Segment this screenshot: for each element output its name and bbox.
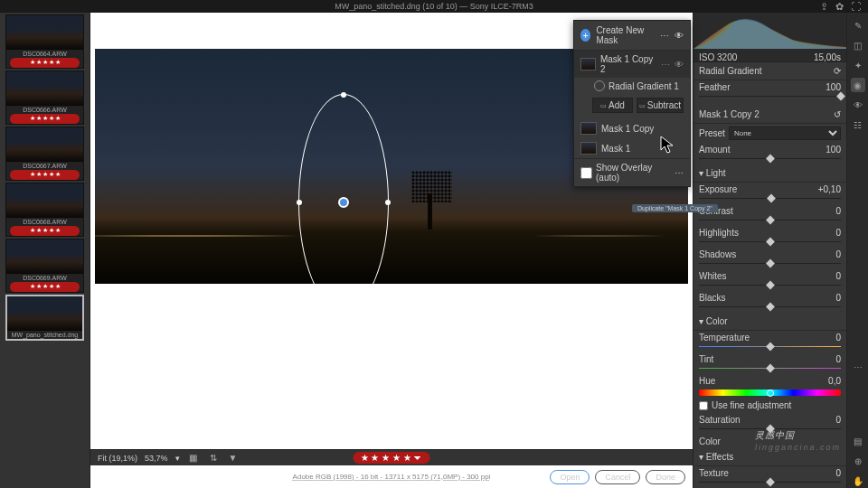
footer-info: Adobe RGB (1998) - 16 bit - 13711 x 5175… (293, 473, 491, 481)
radial-gradient-icon (594, 80, 605, 91)
presets-icon[interactable]: ☷ (851, 117, 865, 132)
settings-icon[interactable]: ✿ (835, 1, 844, 13)
hue-bar[interactable] (699, 389, 841, 396)
filmstrip-thumb[interactable]: DSC0668.ARW★★★★★ (5, 183, 84, 237)
overlay-label: Show Overlay (auto) (596, 163, 671, 183)
reset-icon[interactable]: ⟳ (834, 66, 841, 76)
mask-item[interactable]: Mask 1 (574, 138, 690, 158)
gradient-pin[interactable] (338, 197, 349, 208)
filmstrip-thumb-selected[interactable]: MW_pano_stitched.dng (5, 295, 84, 341)
open-button[interactable]: Open (550, 470, 590, 484)
tool-rail: ✎ ◫ ✦ ◉ 👁 ☷ ⋯ ▤ ⊕ ✋ (846, 13, 868, 488)
iso-value: ISO 3200 (699, 52, 737, 62)
rating-pill[interactable]: ★ ★ ★ ★ ★ ⏷ (354, 452, 430, 464)
slider-feather[interactable]: Feather100 (693, 80, 846, 102)
overlay-checkbox[interactable] (580, 167, 592, 179)
create-mask-button[interactable]: + (580, 29, 590, 42)
color-title: Color (706, 316, 728, 326)
eye-icon[interactable]: 👁 (675, 31, 684, 41)
fine-adjust-checkbox[interactable] (699, 401, 708, 410)
histogram[interactable]: ISO 320015,00s (693, 13, 846, 62)
redeye-icon[interactable]: 👁 (851, 98, 865, 112)
zoom-icon[interactable]: ⊕ (851, 454, 865, 468)
hand-icon[interactable]: ✋ (851, 474, 865, 488)
mask-item[interactable]: Mask 1 Copy Duplicate "Mask 1 Copy 2" (574, 118, 690, 138)
masks-popup: + Create New Mask ⋯ 👁 Mask 1 Copy 2⋯👁 Ra… (573, 20, 691, 187)
mask-icon[interactable]: ◉ (851, 78, 865, 92)
bottom-toolbar: Fit (19,1%) 53,7% ▾ ▦ ⇅ ▼ ★ ★ ★ ★ ★ ⏷ (90, 449, 693, 465)
create-mask-label: Create New Mask (596, 25, 655, 45)
light-title: Light (706, 168, 726, 178)
watermark: 灵感中国 linggancina.com (755, 422, 841, 452)
slider-blacks[interactable]: Blacks0 (693, 291, 846, 313)
filmstrip-thumb[interactable]: DSC0669.ARW★★★★★ (5, 239, 84, 293)
adjustments-panel: ISO 320015,00s Radial Gradient⟳ Feather1… (693, 13, 846, 488)
slider-tint[interactable]: Tint0 (693, 352, 846, 374)
radial-gradient-title: Radial Gradient (699, 66, 761, 76)
export-icon[interactable]: ⇪ (820, 1, 828, 13)
preset-label: Preset (699, 128, 725, 138)
filmstrip-thumb[interactable]: DSC0667.ARW★★★★★ (5, 127, 84, 181)
zoom-fit[interactable]: Fit (19,1%) (98, 454, 137, 463)
slider-texture[interactable]: Texture0 (693, 466, 846, 488)
reset-icon[interactable]: ↺ (834, 109, 841, 119)
fullscreen-icon[interactable]: ⛶ (851, 1, 861, 13)
more-icon[interactable]: ⋯ (851, 360, 865, 374)
slider-temperature[interactable]: Temperature0 (693, 331, 846, 352)
cancel-button[interactable]: Cancel (595, 470, 640, 484)
crop-icon[interactable]: ◫ (851, 38, 865, 52)
slider-amount[interactable]: Amount100 (693, 143, 846, 164)
filmstrip-thumb[interactable]: DSC0666.ARW★★★★★ (5, 70, 84, 125)
filter-icon[interactable]: ▼ (227, 452, 240, 465)
window-title: MW_pano_stitched.dng (10 of 10) — Sony I… (335, 2, 533, 11)
tooltip: Duplicate "Mask 1 Copy 2" (632, 204, 718, 212)
layers-icon[interactable]: ▤ (851, 434, 865, 448)
filmstrip[interactable]: DSC0664.ARW★★★★★ DSC0666.ARW★★★★★ DSC066… (0, 13, 90, 488)
fine-adjust-label: Use fine adjustment (712, 400, 791, 410)
effects-title: Effects (706, 452, 733, 462)
slider-whites[interactable]: Whites0 (693, 269, 846, 291)
edit-icon[interactable]: ✎ (851, 18, 865, 33)
slider-highlights[interactable]: Highlights0 (693, 226, 846, 248)
preset-select[interactable]: None (729, 127, 841, 140)
slider-hue: Hue0,0 (693, 374, 846, 388)
mask-subitem-radial[interactable]: Radial Gradient 1 (574, 78, 690, 94)
mask-name: Mask 1 Copy 2 (699, 109, 760, 119)
grid-icon[interactable]: ▦ (187, 452, 200, 465)
shutter-value: 15,00s (814, 52, 841, 62)
slider-exposure[interactable]: Exposure+0,10 (693, 183, 846, 204)
mask-add-button[interactable]: ▭ Add (592, 98, 633, 113)
mask-subtract-button[interactable]: ▭ Subtract (637, 98, 684, 113)
radial-gradient-ellipse[interactable] (298, 94, 389, 284)
sort-icon[interactable]: ⇅ (207, 452, 220, 465)
zoom-pct[interactable]: 53,7% (145, 454, 168, 463)
filmstrip-thumb[interactable]: DSC0664.ARW★★★★★ (5, 14, 84, 69)
mask-item[interactable]: Mask 1 Copy 2⋯👁 (574, 51, 690, 78)
slider-shadows[interactable]: Shadows0 (693, 248, 846, 269)
done-button[interactable]: Done (646, 470, 685, 484)
heal-icon[interactable]: ✦ (851, 58, 865, 72)
